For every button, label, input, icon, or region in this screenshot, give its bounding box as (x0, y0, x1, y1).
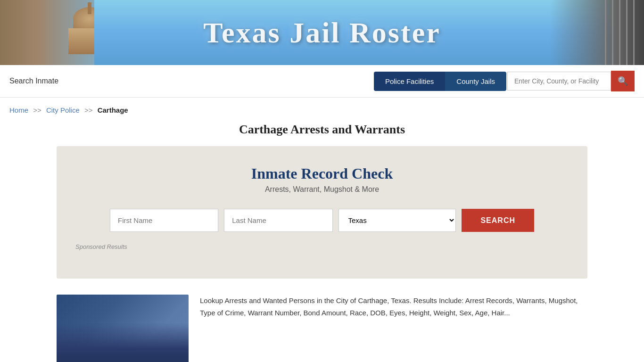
nav-search-button[interactable]: 🔍 (611, 71, 635, 91)
nav-buttons: Police Facilities County Jails (374, 72, 506, 91)
breadcrumb-home[interactable]: Home (9, 106, 28, 114)
sponsored-results-label: Sponsored Results (75, 243, 127, 250)
building-image (57, 295, 189, 362)
bottom-description: Lookup Arrests and Wanted Persons in the… (200, 295, 587, 362)
first-name-input[interactable] (110, 209, 218, 232)
inmate-search-button[interactable]: SEARCH (462, 209, 534, 232)
bottom-section: Lookup Arrests and Wanted Persons in the… (0, 283, 644, 362)
search-icon: 🔍 (618, 76, 628, 86)
breadcrumb: Home >> City Police >> Carthage (0, 98, 644, 118)
building-silhouette (57, 323, 189, 362)
nav-search-wrapper: 🔍 (507, 71, 635, 91)
inmate-record-title: Inmate Record Check (251, 165, 393, 182)
dome-top (88, 2, 91, 14)
breadcrumb-sep2: >> (84, 106, 93, 114)
site-title: Texas Jail Roster (203, 16, 440, 49)
inmate-record-box: Inmate Record Check Arrests, Warrant, Mu… (57, 146, 587, 279)
breadcrumb-city-police[interactable]: City Police (46, 106, 80, 114)
nav-bar: Search Inmate Police Facilities County J… (0, 65, 644, 98)
county-jails-button[interactable]: County Jails (445, 72, 506, 91)
search-inmate-label: Search Inmate (9, 77, 58, 85)
jail-bars-image (550, 0, 644, 65)
nav-search-input[interactable] (507, 72, 611, 90)
header-banner: Texas Jail Roster (0, 0, 644, 65)
inmate-search-row: AlabamaAlaskaArizonaArkansasCaliforniaCo… (110, 209, 534, 232)
police-facilities-button[interactable]: Police Facilities (374, 72, 445, 91)
inmate-record-subtitle: Arrests, Warrant, Mugshot & More (265, 185, 379, 194)
state-select[interactable]: AlabamaAlaskaArizonaArkansasCaliforniaCo… (339, 209, 456, 232)
page-title: Carthage Arrests and Warrants (0, 123, 644, 137)
breadcrumb-sep1: >> (33, 106, 41, 114)
last-name-input[interactable] (224, 209, 332, 232)
breadcrumb-current: Carthage (98, 106, 128, 114)
